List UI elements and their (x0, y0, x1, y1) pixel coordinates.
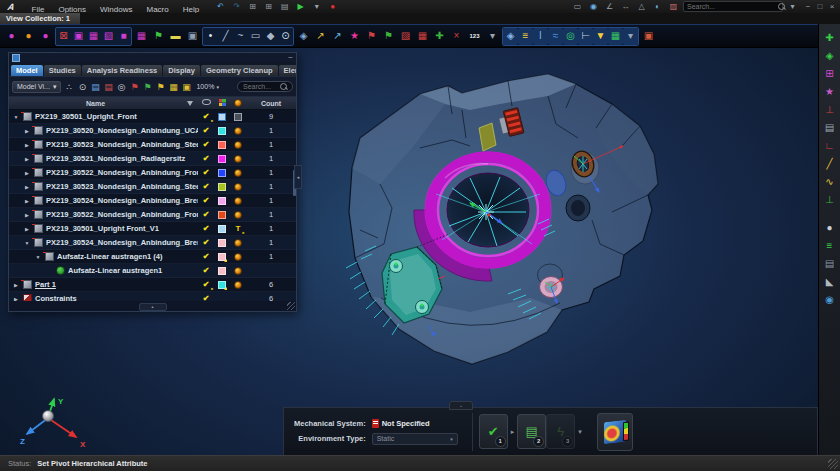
view-collection-tab[interactable]: View Collection: 1 (0, 13, 80, 24)
ibeam-section-icon[interactable]: I (533, 28, 548, 45)
wireframe-body-icon[interactable]: ▣ (71, 28, 86, 45)
part-badge-icon[interactable]: ▣ (180, 80, 192, 93)
visibility-cell[interactable]: ✔ (198, 281, 214, 289)
select-point-icon[interactable]: • (203, 28, 218, 45)
expander-icon[interactable]: ▶ (23, 170, 31, 176)
numbering-dropdown-icon[interactable]: ▾ (485, 28, 500, 45)
color-column-icon[interactable] (214, 99, 230, 107)
translate-view-icon[interactable]: ✚ (822, 29, 838, 45)
search-input[interactable] (687, 3, 778, 10)
visibility-cell[interactable]: ✔ (198, 211, 214, 219)
restore-button[interactable]: □ (814, 1, 826, 12)
delete-vertex-icon[interactable]: × (449, 28, 464, 45)
pin-green-icon[interactable]: ⚑ (141, 80, 153, 93)
visibility-cell[interactable]: ✔ (198, 267, 214, 275)
tab-studies[interactable]: Studies (44, 65, 81, 76)
tab-display[interactable]: Display (163, 65, 200, 76)
expander-icon[interactable]: ▼ (12, 114, 20, 120)
list-red-icon[interactable]: ▤ (102, 80, 114, 93)
visibility-cell[interactable]: ✔ (198, 155, 214, 163)
create-line-icon[interactable]: ╱ (218, 28, 233, 45)
transparent-body-icon[interactable]: ▧ (101, 28, 116, 45)
color-swatch-cell[interactable] (214, 225, 230, 233)
isolate-entities-icon[interactable]: ● (38, 28, 53, 45)
color-swatch-cell[interactable] (214, 113, 230, 121)
filter-column-icon[interactable] (182, 100, 198, 107)
material-column-icon[interactable] (230, 99, 246, 108)
display-mode-icon[interactable]: ▭ (571, 1, 584, 12)
vertex-cube-icon[interactable]: ▣ (185, 28, 200, 45)
color-swatch-cell[interactable] (214, 267, 230, 275)
color-swatch-cell[interactable] (214, 239, 230, 247)
create-surface-icon[interactable]: ▭ (248, 28, 263, 45)
tree-row[interactable]: ▼PX219_30524_Nondesign_Anbindung_Bremse_… (9, 236, 296, 250)
history-list-icon[interactable]: ▤ (278, 1, 291, 12)
tree-row[interactable]: ▶PX219_30521_Nondesign_Radlagersitz✔1 (9, 152, 296, 166)
export-icon[interactable]: ⊞ (262, 1, 275, 12)
beam-tool-icon[interactable]: ≡ (518, 28, 533, 45)
pin-yellow-icon[interactable]: ⚑ (154, 80, 166, 93)
attribute-cell[interactable] (230, 239, 246, 247)
close-button[interactable]: × (826, 1, 838, 12)
expander-icon[interactable]: ▶ (23, 142, 31, 148)
spring-view-icon[interactable]: ∿ (822, 173, 838, 189)
cone-spray-icon[interactable]: ▼ (593, 28, 608, 45)
create-curve-icon[interactable]: ~ (233, 28, 248, 45)
hidden-line-body-icon[interactable]: ▦ (86, 28, 101, 45)
results-button[interactable] (597, 413, 633, 451)
expander-icon[interactable]: ▼ (23, 240, 31, 246)
attribute-cell[interactable] (230, 253, 246, 261)
tree-row[interactable]: Aufsatz-Linear austragen1✔ (9, 264, 296, 278)
expander-icon[interactable]: ▶ (23, 128, 31, 134)
ruler-tool-icon[interactable]: ⊢ (578, 28, 593, 45)
find-node-icon[interactable]: ⊙ (76, 80, 88, 93)
color-swatch-cell[interactable] (214, 197, 230, 205)
fit-view-icon[interactable]: ◈ (822, 47, 838, 63)
expander-icon[interactable]: ▶ (23, 184, 31, 190)
cross-vertex-icon[interactable]: ✚ (432, 28, 447, 45)
tray-collapse-handle[interactable]: ⌄ (449, 401, 473, 410)
visibility-cell[interactable]: ✔ (198, 197, 214, 205)
tree-row[interactable]: ▼Aufsatz-Linear austragen1 (4)✔1 (9, 250, 296, 264)
panel-resize-grip[interactable] (287, 302, 295, 310)
measure-angle-icon[interactable]: ∟ (822, 137, 838, 153)
tree-search[interactable] (237, 81, 293, 92)
color-swatch-cell[interactable] (214, 211, 230, 219)
attribute-cell[interactable] (230, 141, 246, 149)
node-tool-icon[interactable]: ◈ (503, 28, 518, 45)
tree-search-input[interactable] (243, 83, 278, 90)
dark-bore-hole[interactable] (566, 195, 590, 221)
tab-model[interactable]: Model (11, 65, 43, 76)
attribute-cell[interactable] (230, 169, 246, 177)
numbering-button[interactable]: 123 (466, 28, 483, 45)
attribute-cell[interactable] (230, 113, 246, 121)
tab-geometry-cleanup[interactable]: Geometry Cleanup (201, 65, 278, 76)
probe-icon[interactable]: ◉ (587, 1, 600, 12)
redo-icon[interactable]: ↷ (230, 1, 243, 12)
section-plane-icon[interactable]: △ (635, 1, 648, 12)
panel-collapse-handle[interactable]: ▴ (139, 303, 167, 311)
hide-entities-icon[interactable]: ● (4, 28, 19, 45)
search-filter-dropdown[interactable]: ▾ (786, 1, 799, 12)
attribute-cell[interactable] (230, 281, 246, 289)
list-blue-icon[interactable]: ▤ (89, 80, 101, 93)
attribute-cell[interactable] (230, 127, 246, 135)
visibility-cell[interactable]: ✔ (198, 169, 214, 177)
tree-row[interactable]: ▶PX219_30522_Nondesign_Anbindung_Front_o… (9, 166, 296, 180)
swap-faces-icon[interactable]: ▨ (398, 28, 413, 45)
hinge-tool-icon[interactable]: ◣ (822, 273, 838, 289)
show-entities-icon[interactable]: ● (21, 28, 36, 45)
globe-render-icon[interactable]: ◉ (822, 291, 838, 307)
expander-icon[interactable]: ▶ (23, 212, 31, 218)
tree-row[interactable]: ▶PX219_30522_Nondesign_Anbindung_Front_u… (9, 208, 296, 222)
step-arrow-icon[interactable]: ▸ (511, 428, 515, 436)
checks-step-button[interactable]: ✔1 (479, 414, 508, 449)
entity-table-icon[interactable]: ▤ (822, 119, 838, 135)
panel-tool-icon[interactable]: ≈ (548, 28, 563, 45)
tree-row[interactable]: ▶Part 1✔6 (9, 278, 296, 292)
step-dropdown-icon[interactable]: ▾ (578, 428, 582, 436)
body-display-icon[interactable]: ▦ (134, 28, 149, 45)
count-column-header[interactable]: Count (246, 100, 296, 107)
visibility-column-icon[interactable] (198, 100, 214, 107)
panel-side-collapse[interactable]: ◂ (294, 165, 302, 189)
